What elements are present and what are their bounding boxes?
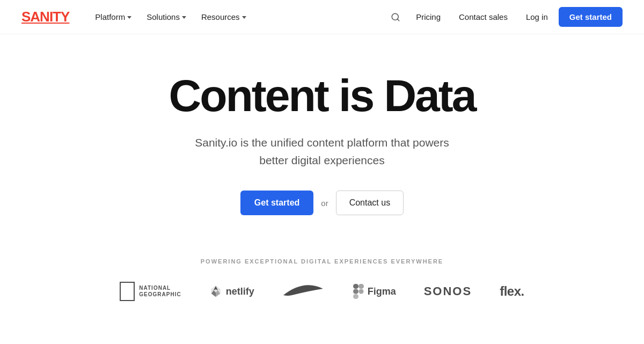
svg-point-9 bbox=[358, 289, 363, 294]
svg-rect-8 bbox=[353, 289, 358, 294]
navigation: SANITY Platform Solutions Resources Pric… bbox=[0, 0, 644, 34]
nav-pricing[interactable]: Pricing bbox=[408, 8, 448, 26]
nav-links: Platform Solutions Resources bbox=[89, 8, 386, 26]
chevron-down-icon bbox=[127, 16, 131, 19]
logo-sonos: SONOS bbox=[424, 284, 472, 298]
logos-row: NATIONAL GEOGRAPHIC netlify bbox=[120, 282, 524, 301]
nav-login[interactable]: Log in bbox=[518, 8, 555, 26]
logo-figma: Figma bbox=[353, 284, 396, 299]
nav-get-started-button[interactable]: Get started bbox=[559, 7, 623, 27]
logo-national-geographic: NATIONAL GEOGRAPHIC bbox=[120, 282, 181, 301]
logo-flex: flex. bbox=[500, 284, 524, 299]
svg-line-1 bbox=[398, 19, 399, 20]
logo[interactable]: SANITY bbox=[21, 9, 69, 25]
hero-title: Content is Data bbox=[169, 72, 475, 119]
hero-get-started-button[interactable]: Get started bbox=[240, 191, 313, 215]
nav-solutions[interactable]: Solutions bbox=[140, 8, 193, 26]
nav-resources[interactable]: Resources bbox=[195, 8, 253, 26]
svg-rect-7 bbox=[358, 284, 364, 289]
logos-section: POWERING EXCEPTIONAL DIGITAL EXPERIENCES… bbox=[0, 237, 644, 312]
chevron-down-icon bbox=[182, 16, 186, 19]
search-button[interactable] bbox=[386, 8, 405, 27]
hero-cta: Get started or Contact us bbox=[240, 191, 404, 215]
svg-rect-10 bbox=[353, 294, 358, 299]
nike-swoosh-icon bbox=[282, 283, 325, 299]
svg-rect-6 bbox=[353, 284, 358, 289]
hero-subtitle: Sanity.io is the unified content platfor… bbox=[182, 134, 462, 169]
hero-contact-us-button[interactable]: Contact us bbox=[336, 191, 404, 215]
nav-contact-sales[interactable]: Contact sales bbox=[451, 8, 515, 26]
nav-right: Pricing Contact sales Log in Get started bbox=[386, 7, 623, 27]
logo-netlify: netlify bbox=[209, 285, 254, 298]
hero-section: Content is Data Sanity.io is the unified… bbox=[0, 34, 644, 237]
chevron-down-icon bbox=[242, 16, 246, 19]
hero-or-text: or bbox=[321, 199, 328, 208]
figma-icon bbox=[353, 284, 364, 299]
nav-platform[interactable]: Platform bbox=[89, 8, 138, 26]
search-icon bbox=[391, 12, 400, 22]
netlify-icon bbox=[209, 285, 222, 298]
logos-tagline: POWERING EXCEPTIONAL DIGITAL EXPERIENCES… bbox=[201, 258, 443, 265]
logo-nike bbox=[282, 283, 325, 299]
